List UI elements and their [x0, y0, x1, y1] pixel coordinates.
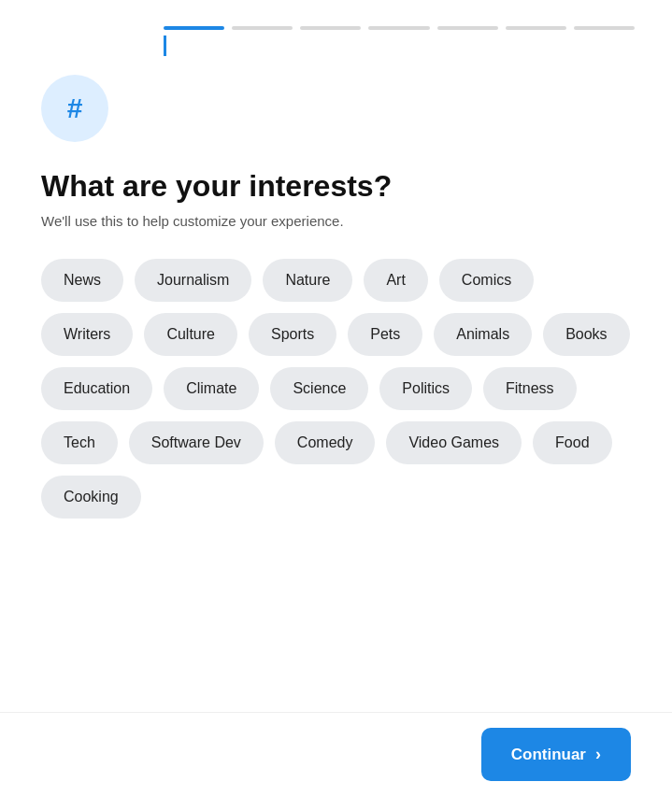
tag-pill[interactable]: Video Games: [386, 421, 522, 464]
tag-pill[interactable]: Nature: [263, 259, 352, 302]
progress-segment-4: [368, 26, 429, 30]
hash-icon: #: [67, 94, 83, 122]
progress-segment-6: [506, 26, 566, 30]
continue-label: Continuar: [511, 746, 586, 764]
progress-segment-5: [437, 26, 498, 30]
progress-segment-7: [574, 26, 635, 30]
tag-pill[interactable]: Culture: [144, 313, 237, 356]
tags-container: NewsJournalismNatureArtComicsWritersCult…: [41, 259, 631, 519]
page-subtitle: We'll use this to help customize your ex…: [41, 213, 631, 229]
progress-segment-3: [300, 26, 361, 30]
tag-pill[interactable]: Comedy: [275, 421, 376, 464]
tag-pill[interactable]: Fitness: [483, 367, 577, 410]
progress-bar: [0, 0, 672, 30]
tag-pill[interactable]: News: [41, 259, 123, 302]
tag-pill[interactable]: Comics: [439, 259, 534, 302]
tag-pill[interactable]: Animals: [434, 313, 532, 356]
page-title: What are your interests?: [41, 168, 631, 204]
tag-pill[interactable]: Tech: [41, 421, 118, 464]
tag-pill[interactable]: Pets: [348, 313, 422, 356]
tag-pill[interactable]: Software Dev: [129, 421, 264, 464]
tag-pill[interactable]: Books: [543, 313, 629, 356]
bottom-bar: Continuar ›: [0, 712, 672, 796]
tag-pill[interactable]: Science: [270, 367, 368, 410]
vertical-accent: [164, 36, 166, 56]
icon-circle: #: [41, 75, 108, 142]
tag-pill[interactable]: Cooking: [41, 476, 141, 519]
tag-pill[interactable]: Sports: [249, 313, 336, 356]
tag-pill[interactable]: Writers: [41, 313, 133, 356]
tag-pill[interactable]: Art: [364, 259, 427, 302]
tag-pill[interactable]: Politics: [379, 367, 472, 410]
chevron-right-icon: ›: [595, 745, 601, 764]
progress-segment-2: [232, 26, 293, 30]
tag-pill[interactable]: Food: [533, 421, 611, 464]
progress-segment-1: [164, 26, 224, 30]
tag-pill[interactable]: Climate: [164, 367, 259, 410]
main-content: # What are your interests? We'll use thi…: [0, 56, 672, 612]
tag-pill[interactable]: Education: [41, 367, 152, 410]
tag-pill[interactable]: Journalism: [135, 259, 251, 302]
continue-button[interactable]: Continuar ›: [481, 728, 631, 781]
